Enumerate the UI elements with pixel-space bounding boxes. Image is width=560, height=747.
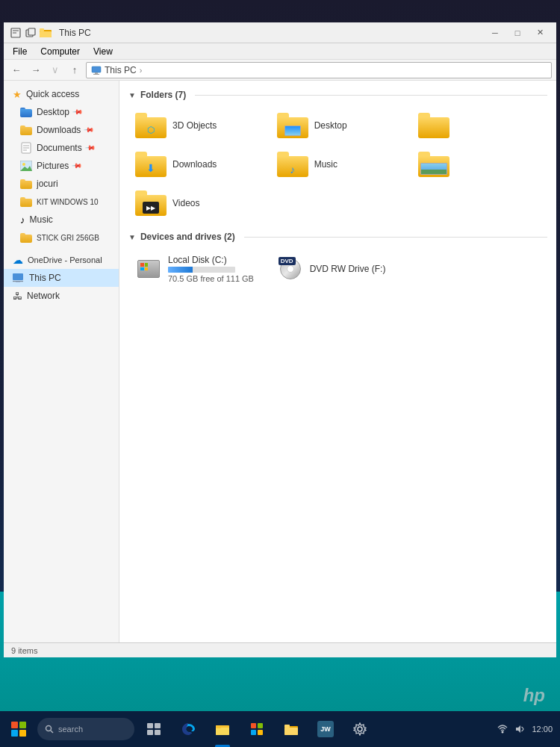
devices-section-header[interactable]: ▼ Devices and drives (2) (128, 232, 547, 242)
user-button[interactable]: JW (309, 711, 342, 747)
sidebar-music-label: Music (30, 214, 53, 225)
sidebar-kit-label: KIT WINDOWS 10 (37, 198, 99, 206)
start-button[interactable] (0, 711, 37, 747)
task-view-button[interactable] (137, 711, 170, 747)
nav-bar: ← → ∨ ↑ This PC › (4, 60, 556, 81)
sidebar-item-network[interactable]: 🖧 Network (4, 287, 119, 305)
pictures-icon (20, 161, 32, 171)
svg-rect-8 (92, 66, 101, 72)
sidebar-item-music[interactable]: ♪ Music (4, 211, 119, 229)
svg-rect-32 (258, 723, 263, 728)
svg-rect-30 (216, 725, 221, 728)
drive-item-f[interactable]: DVD DVD RW Drive (F:) (270, 249, 406, 288)
sidebar-item-stick[interactable]: STICK GRI 256GB (4, 229, 119, 247)
devices-chevron: ▼ (128, 233, 136, 241)
folders-section-header[interactable]: ▼ Folders (7) (128, 90, 547, 100)
menu-view[interactable]: View (87, 45, 119, 58)
start-icon (11, 722, 26, 737)
screen: This PC ─ □ ✕ File Computer View ← → ∨ ↑ (4, 22, 556, 657)
sidebar-jocuri-label: jocuri (37, 179, 58, 189)
folder-item-extra1[interactable] (411, 108, 547, 143)
sidebar-item-onedrive[interactable]: ☁ OneDrive - Personal (4, 251, 119, 269)
folders-chevron: ▼ (128, 91, 136, 99)
pin-icon-dl: 📌 (84, 125, 95, 136)
thispc-icon (13, 273, 25, 283)
hdd-icon-wrap (135, 258, 162, 280)
taskbar-search[interactable]: search (37, 718, 134, 740)
folder-item-3dobjects[interactable]: ⬡ 3D Objects (128, 108, 264, 143)
sidebar-item-desktop[interactable]: Desktop 📌 (4, 103, 119, 121)
search-icon (45, 725, 54, 734)
folder-item-extra2[interactable] (411, 146, 547, 182)
svg-point-16 (22, 163, 25, 166)
folder-icon-title (40, 27, 52, 39)
folder-3d-label: 3D Objects (172, 120, 217, 131)
folder-vid-label: Videos (172, 198, 199, 208)
sidebar-network-label: Network (27, 291, 60, 301)
settings-button[interactable] (343, 711, 376, 747)
network-icon: 🖧 (13, 291, 22, 302)
sidebar-thispc-label: This PC (29, 273, 61, 283)
drive-bar (168, 267, 193, 273)
svg-rect-34 (258, 730, 263, 735)
svg-rect-4 (28, 28, 35, 35)
folder-3d-icon: ⬡ (135, 113, 167, 138)
folder-item-videos[interactable]: ▶▶ Videos (128, 185, 264, 221)
up-button[interactable]: ↑ (66, 62, 83, 78)
sidebar-quick-access[interactable]: ★ Quick access (4, 85, 119, 103)
folder2-icon (284, 724, 298, 735)
newwindow-icon[interactable] (25, 27, 37, 39)
svg-rect-24 (147, 723, 153, 728)
edge-icon (181, 722, 195, 736)
svg-rect-29 (216, 728, 229, 735)
properties-icon[interactable] (10, 27, 22, 39)
dvd-drive-icon: DVD (279, 257, 302, 281)
status-text: 9 items (11, 646, 37, 655)
file-explorer-button[interactable] (206, 711, 239, 747)
pin-icon-desktop: 📌 (72, 107, 84, 118)
sidebar-item-pictures[interactable]: Pictures 📌 (4, 157, 119, 175)
minimize-button[interactable]: ─ (485, 25, 505, 41)
drive-f-info: DVD RW Drive (F:) (310, 264, 386, 274)
menu-file[interactable]: File (7, 45, 33, 58)
sidebar-item-documents[interactable]: Documents 📌 (4, 139, 119, 157)
store-icon (250, 722, 264, 736)
sidebar-item-jocuri[interactable]: jocuri (4, 175, 119, 193)
user-avatar: JW (317, 721, 334, 737)
folder2-button[interactable] (275, 711, 308, 747)
svg-marker-40 (516, 725, 520, 733)
drive-c-name: Local Disk (C:) (168, 255, 254, 265)
sidebar-item-thispc[interactable]: This PC (4, 269, 119, 287)
folder-stick-icon (20, 233, 32, 243)
window-controls: ─ □ ✕ (485, 25, 550, 41)
drive-bar-wrap (168, 267, 235, 273)
devices-header-text: Devices and drives (2) (140, 232, 235, 242)
edge-button[interactable] (172, 711, 205, 747)
taskbar: search (0, 711, 560, 747)
maximize-button[interactable]: □ (507, 25, 528, 41)
folder-item-downloads[interactable]: ⬇ Downloads (128, 146, 264, 182)
hp-logo: hp (523, 685, 545, 706)
svg-line-23 (51, 731, 53, 733)
recent-button: ∨ (47, 62, 63, 78)
address-bar[interactable]: This PC › (86, 62, 552, 78)
folder-item-music[interactable]: ♪ Music (270, 146, 406, 182)
folder-item-desktop[interactable]: Desktop (270, 108, 406, 143)
back-button[interactable]: ← (8, 62, 25, 78)
folder-kit-icon (20, 197, 32, 207)
menu-computer[interactable]: Computer (34, 45, 86, 58)
drive-item-c[interactable]: Local Disk (C:) 70.5 GB free of 111 GB (128, 249, 264, 288)
sidebar-item-downloads[interactable]: Downloads 📌 (4, 121, 119, 139)
folder-extra1-icon (418, 113, 449, 138)
sidebar-onedrive-label: OneDrive - Personal (28, 255, 102, 264)
close-button[interactable]: ✕ (529, 25, 550, 41)
volume-tray-icon (515, 724, 524, 734)
forward-button[interactable]: → (28, 62, 44, 78)
folder-jocuri-icon (20, 179, 32, 189)
folders-divider (195, 95, 547, 96)
store-button[interactable] (240, 711, 273, 747)
svg-point-39 (502, 731, 504, 734)
svg-rect-36 (284, 728, 298, 735)
title-bar: This PC ─ □ ✕ (4, 22, 556, 43)
sidebar-item-kit[interactable]: KIT WINDOWS 10 (4, 193, 119, 211)
